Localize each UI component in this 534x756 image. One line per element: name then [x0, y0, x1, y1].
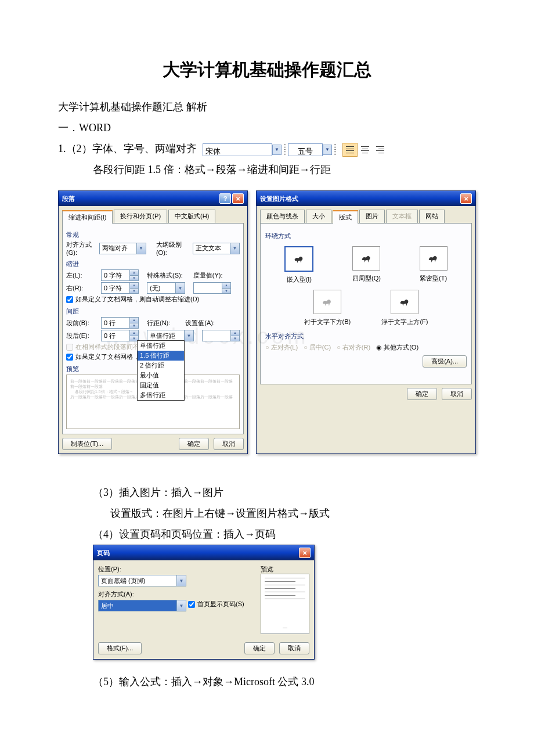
tab-line-page[interactable]: 换行和分页(P) — [114, 210, 167, 223]
tab-picture[interactable]: 图片 — [359, 210, 385, 223]
outline-label: 大纲级别(O): — [156, 240, 190, 256]
toolbar-separator — [284, 144, 286, 156]
cancel-button[interactable]: 取消 — [279, 642, 309, 654]
group-general: 常规 — [66, 231, 240, 239]
align-justify-button[interactable] — [342, 143, 358, 157]
tab-colors[interactable]: 颜色与线条 — [260, 210, 305, 223]
paragraph-5: （3）插入图片：插入→图片 — [58, 482, 476, 503]
cancel-button[interactable]: 取消 — [214, 438, 244, 450]
close-button[interactable]: ✕ — [232, 193, 244, 204]
font-combo[interactable]: 宋体 — [203, 143, 272, 156]
pn-dialog-title: 页码 — [97, 549, 110, 557]
tabstops-button[interactable]: 制表位(T)... — [62, 438, 112, 450]
ls-option-double[interactable]: 2 倍行距 — [138, 361, 184, 370]
pn-preview-label: 预览 — [261, 565, 309, 574]
tab-indent-spacing[interactable]: 缩进和间距(I) — [62, 210, 113, 224]
paragraph-4: 各段行间距 1.5 倍：格式→段落→缩进和间距→行距 — [58, 159, 476, 180]
wrap-front[interactable]: 浮于文字上方(F) — [381, 290, 428, 326]
by-label: 度量值(Y): — [193, 271, 223, 280]
align-combo[interactable]: 两端对齐▼ — [99, 243, 146, 254]
linespacing-combo[interactable]: 单倍行距▼ — [147, 330, 194, 341]
pn-align-combo[interactable]: 居中▼ — [98, 600, 186, 611]
paragraph-2: 一．WORD — [58, 117, 476, 138]
toolbar-fragment: 宋体 ▼ 五号 ▼ — [203, 142, 388, 157]
tab-asian[interactable]: 中文版式(H) — [168, 210, 215, 223]
ls-option-multi[interactable]: 多倍行距 — [138, 390, 184, 400]
ls-option-15[interactable]: 1.5 倍行距 — [138, 351, 184, 361]
paragraph-3: 1.（2）字体、字号、两端对齐 宋体 ▼ 五号 ▼ — [58, 138, 476, 159]
doc-title: 大学计算机基础操作题汇总 — [58, 58, 476, 82]
linespacing-dropdown[interactable]: 单倍行距 1.5 倍行距 2 倍行距 最小值 固定值 多倍行距 — [137, 340, 185, 401]
paragraph-8: （5）输入公式：插入→对象→Microsoft 公式 3.0 — [58, 671, 476, 692]
tab-textbox: 文本框 — [386, 210, 418, 223]
left-label: 左(L): — [66, 271, 99, 280]
advanced-button[interactable]: 高级(A)... — [423, 355, 467, 368]
setat-label: 设置值(A): — [185, 319, 215, 327]
by-spinner[interactable]: ▲▼ — [193, 282, 231, 294]
ls-label: 行距(N): — [147, 319, 170, 327]
p3-text: 1.（2）字体、字号、两端对齐 — [58, 143, 197, 154]
pn-format-button[interactable]: 格式(F)... — [98, 642, 142, 654]
outline-combo[interactable]: 正文文本▼ — [193, 243, 240, 254]
setat-spinner[interactable]: ▲▼ — [202, 330, 240, 341]
toolbar-separator — [334, 144, 336, 156]
paragraph-dialog-title: 段落 — [62, 195, 75, 203]
picture-dialog-title: 设置图片格式 — [260, 195, 298, 203]
close-button[interactable]: ✕ — [460, 193, 472, 204]
wrap-behind[interactable]: 衬于文字下方(B) — [304, 290, 351, 326]
wrap-tight[interactable]: 紧密型(T) — [420, 246, 448, 284]
font-dropdown-arrow[interactable]: ▼ — [272, 145, 282, 155]
page-number-dialog: 页码 ✕ 位置(P): 页面底端 (页脚)▼ 对齐方式(A): 居中▼ 首页显示… — [93, 545, 315, 660]
picture-format-dialog: 设置图片格式 ✕ 颜色与线条 大小 版式 图片 文本框 网站 环绕方式 嵌入型(… — [256, 190, 476, 454]
tab-layout[interactable]: 版式 — [333, 210, 358, 224]
ls-option-fixed[interactable]: 固定值 — [138, 380, 184, 390]
pn-pos-combo[interactable]: 页面底端 (页脚)▼ — [98, 575, 186, 586]
left-spinner[interactable]: 0 字符▲▼ — [101, 269, 139, 281]
tab-size[interactable]: 大小 — [306, 210, 331, 223]
pn-firstpage-checkbox[interactable]: 首页显示页码(S) — [188, 600, 244, 609]
after-label: 段后(E): — [66, 332, 99, 340]
before-spinner[interactable]: 0 行▲▼ — [101, 317, 139, 329]
pn-preview-box: — — [261, 574, 309, 634]
wrap-square[interactable]: 四周型(Q) — [352, 246, 381, 284]
ok-button[interactable]: 确定 — [179, 438, 209, 450]
halign-group: 水平对齐方式 — [265, 332, 467, 341]
group-spacing: 间距 — [66, 307, 240, 316]
ok-button[interactable]: 确定 — [244, 642, 275, 654]
size-dropdown-arrow[interactable]: ▼ — [323, 145, 332, 155]
align-right-button[interactable] — [373, 143, 388, 157]
cancel-button[interactable]: 取消 — [442, 388, 472, 400]
paragraph-1: 大学计算机基础操作题汇总 解析 — [58, 96, 476, 117]
autofit-checkbox[interactable]: 如果定义了文档网格，则自动调整右缩进(D) — [66, 295, 199, 304]
ok-button[interactable]: 确定 — [407, 388, 437, 400]
help-button[interactable]: ? — [219, 193, 231, 204]
before-label: 段前(B): — [66, 319, 99, 327]
radio-other[interactable]: ◉ 其他方式(O) — [376, 343, 418, 352]
ls-option-min[interactable]: 最小值 — [138, 370, 184, 380]
paragraph-dialog: 段落 ?✕ 缩进和间距(I) 换行和分页(P) 中文版式(H) 常规 对齐方式(… — [58, 190, 248, 454]
align-center-button[interactable] — [358, 143, 373, 157]
align-label: 对齐方式(G): — [66, 240, 97, 256]
radio-right: ○ 右对齐(R) — [337, 343, 370, 352]
wrap-inline[interactable]: 嵌入型(I) — [284, 246, 313, 284]
ls-option-single[interactable]: 单倍行距 — [138, 341, 184, 351]
right-spinner[interactable]: 0 字符▲▼ — [101, 282, 139, 294]
size-combo[interactable]: 五号 — [288, 143, 323, 156]
group-indent: 缩进 — [66, 260, 240, 268]
radio-left: ○ 左对齐(L) — [265, 343, 298, 352]
paragraph-6: 设置版式：在图片上右键→设置图片格式→版式 — [58, 503, 476, 524]
tab-web[interactable]: 网站 — [419, 210, 445, 223]
paragraph-7: （4）设置页码和页码位置：插入→页码 — [58, 524, 476, 545]
special-label: 特殊格式(S): — [147, 271, 183, 280]
right-label: 右(R): — [66, 284, 99, 293]
radio-center: ○ 居中(C) — [304, 343, 331, 352]
special-combo[interactable]: (无)▼ — [147, 282, 185, 294]
close-button[interactable]: ✕ — [299, 548, 311, 558]
wrap-group: 环绕方式 — [265, 232, 467, 240]
pn-pos-label: 位置(P): — [98, 565, 249, 574]
after-spinner[interactable]: 0 行▲▼ — [101, 330, 139, 341]
pn-align-label: 对齐方式(A): — [98, 590, 249, 599]
